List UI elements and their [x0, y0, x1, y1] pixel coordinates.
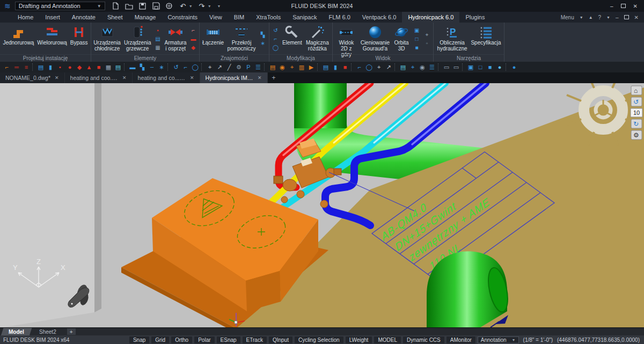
mini-extinguisher-icon[interactable]: ▪: [154, 27, 162, 34]
new-file-icon[interactable]: [112, 2, 120, 10]
connector-icon[interactable]: ■: [94, 62, 104, 72]
cubes-icon[interactable]: ▣: [466, 62, 475, 72]
menu-tab-plugins[interactable]: Plugins: [459, 12, 491, 23]
wand-icon[interactable]: ╱: [224, 62, 234, 72]
spec2-icon[interactable]: ☰: [427, 62, 437, 72]
add-layout-button[interactable]: +: [67, 328, 76, 335]
mini-polyline-icon[interactable]: ⌐: [272, 35, 280, 43]
menu-tab-xtratools[interactable]: XtraTools: [250, 12, 287, 23]
ribbon-button-bypass[interactable]: Bypass: [69, 24, 89, 54]
view-box-icon[interactable]: ▭: [442, 62, 451, 72]
view-box2-icon[interactable]: ▭: [451, 62, 461, 72]
save-as-icon[interactable]: [138, 2, 147, 10]
menu-dropdown-icon[interactable]: ▼: [580, 16, 583, 19]
ribbon-button-urzadzenia-chlodnicze[interactable]: Urządzenia chłodnicze: [92, 24, 122, 54]
menu-tab-hydronicpack-6-0[interactable]: Hydronicpack 6.0: [402, 12, 459, 23]
status-toggle-dynamic-ccs[interactable]: Dynamic CCS: [403, 336, 444, 343]
menu-tab-ventpack-6-0[interactable]: Ventpack 6.0: [356, 12, 402, 23]
mini-sparkle-icon[interactable]: ∗: [259, 40, 267, 47]
status-toggle-ortho[interactable]: Ortho: [171, 336, 192, 343]
extinguisher-icon[interactable]: ▪: [55, 62, 65, 72]
menu-button[interactable]: Menu: [561, 14, 574, 20]
arrow2-icon[interactable]: ↗: [384, 62, 393, 72]
status-toggle-snap[interactable]: Snap: [129, 336, 149, 343]
open-file-icon[interactable]: [125, 2, 134, 10]
circle-icon[interactable]: ◯: [191, 62, 200, 72]
ribbon-button-widok-2d[interactable]: Widok 2D z góry: [334, 24, 358, 54]
mini-rotate-icon[interactable]: ↺: [272, 27, 280, 34]
tool-b-icon[interactable]: ⌖: [408, 62, 418, 72]
mini-train-icon[interactable]: ▚: [259, 31, 267, 39]
cube-wire-icon[interactable]: □: [475, 62, 485, 72]
qat-customize-icon[interactable]: ▼: [217, 4, 221, 8]
menu-tab-home[interactable]: Home: [12, 12, 39, 23]
arrow-icon[interactable]: ↗: [215, 62, 224, 72]
ribbon-button-rozdzka[interactable]: Magiczna różdżka: [304, 24, 331, 54]
mini-elbow-icon[interactable]: ⌐: [189, 27, 197, 34]
layout-doc-icon[interactable]: ▤: [268, 62, 277, 72]
tab-close-icon[interactable]: ✕: [190, 75, 194, 80]
fitting2-icon[interactable]: ■: [340, 62, 350, 72]
plot-icon[interactable]: [165, 2, 174, 10]
ribbon-button-element[interactable]: Element: [281, 24, 303, 54]
device2-icon[interactable]: ▤: [321, 62, 331, 72]
device-copy-icon[interactable]: ▤: [113, 62, 123, 72]
rotate-icon[interactable]: ↺: [171, 62, 181, 72]
menu-tab-sheet[interactable]: Sheet: [101, 12, 129, 23]
layout-tab-sheet2[interactable]: Sheet2: [31, 328, 64, 336]
document-tab[interactable]: Hydronicpack IMI MZ - v9.dwg*✕: [200, 72, 268, 83]
globe-icon[interactable]: ●: [509, 62, 519, 72]
mini-grid-icon[interactable]: ▦: [154, 44, 162, 52]
fitting-icon[interactable]: ▲: [84, 62, 94, 72]
annotation-scale-dropdown[interactable]: Annotation ▼: [478, 336, 519, 343]
mini-link-icon[interactable]: ▫: [423, 40, 431, 47]
viewport-canvas[interactable]: AB-QM4.0 DN+15+Gwint zewnętrzny + AME 11…: [0, 83, 644, 327]
device3-icon[interactable]: ▮: [331, 62, 340, 72]
ribbon-button-armatura[interactable]: Armatura i osprzęt: [164, 24, 188, 54]
spec-icon[interactable]: ☰: [253, 62, 263, 72]
ribbon-button-wielorurowa[interactable]: Wielorurową: [36, 24, 68, 54]
status-toggle-cycling-selection[interactable]: Cycling Selection: [295, 336, 343, 343]
tab-close-icon[interactable]: ✕: [258, 75, 262, 80]
mini-cubes-icon[interactable]: ▣: [413, 27, 421, 34]
device-grid-icon[interactable]: ▦: [104, 62, 113, 72]
ribbon-button-urzadzenia-grzewcze[interactable]: Urządzenia grzewcze: [123, 24, 152, 54]
redo-dropdown-icon[interactable]: ▼: [208, 4, 211, 8]
ribbon-button-jednorurowa[interactable]: Jednorurową: [2, 24, 35, 54]
aux-section-icon[interactable]: ┄: [147, 62, 157, 72]
help-dropdown-icon[interactable]: ▼: [606, 16, 610, 19]
redo-icon[interactable]: ↷: [197, 2, 206, 10]
menu-tab-view[interactable]: View: [203, 12, 228, 23]
menu-tab-bim[interactable]: BIM: [228, 12, 251, 23]
layout-grab-icon[interactable]: ◉: [277, 62, 287, 72]
bypass-icon[interactable]: ≡: [21, 62, 31, 72]
document-tab[interactable]: NONAME_0.dwg*✕: [0, 72, 65, 83]
ribbon-collapse-icon[interactable]: ▲: [589, 15, 593, 20]
pump-icon[interactable]: ●: [65, 62, 75, 72]
mini-cube-solid-icon[interactable]: ■: [413, 44, 421, 52]
coupling-icon[interactable]: ▬: [128, 62, 137, 72]
tab-close-icon[interactable]: ✕: [122, 75, 127, 80]
heating-device-icon[interactable]: ▮: [46, 62, 55, 72]
menu-tab-annotate[interactable]: Annotate: [66, 12, 101, 23]
status-toggle-polar[interactable]: Polar: [194, 336, 214, 343]
sparkle-icon[interactable]: ∗: [157, 62, 166, 72]
wrench-icon[interactable]: ⌖: [205, 62, 215, 72]
play-icon[interactable]: ▶: [306, 62, 316, 72]
status-toggle-esnap[interactable]: ESnap: [217, 336, 240, 343]
menu-tab-flm-6-0[interactable]: FLM 6.0: [323, 12, 356, 23]
menu-tab-constraints[interactable]: Constraints: [162, 12, 203, 23]
help-button[interactable]: ?: [598, 14, 602, 20]
status-toggle-grid[interactable]: Grid: [151, 336, 169, 343]
valve-icon[interactable]: ◆: [75, 62, 84, 72]
mini-cube-wire-icon[interactable]: □: [413, 35, 421, 43]
doc-close-icon[interactable]: ✕: [634, 14, 639, 20]
menu-tab-manage[interactable]: Manage: [129, 12, 162, 23]
workspace-dropdown[interactable]: Drafting and Annotation ▼: [15, 2, 105, 10]
doc-restore-icon[interactable]: [624, 15, 629, 19]
single-pipe-icon[interactable]: ⌐: [2, 62, 12, 72]
wrench2-icon[interactable]: ⌖: [374, 62, 384, 72]
wall-edge[interactable]: [94, 83, 101, 312]
sphere-icon[interactable]: ●: [495, 62, 504, 72]
polyline2-icon[interactable]: ⌐: [355, 62, 364, 72]
